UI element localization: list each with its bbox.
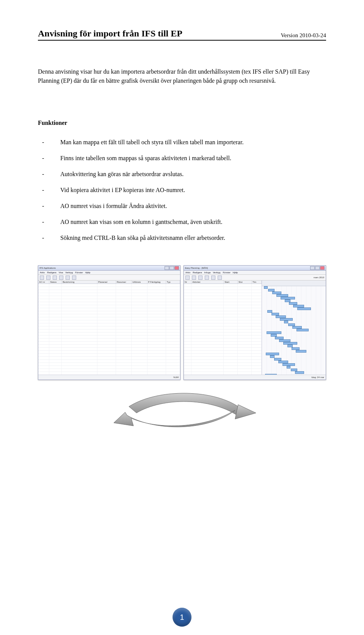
gantt-bar[interactable]	[268, 289, 275, 292]
table-row[interactable]	[184, 366, 262, 369]
gantt-bar[interactable]	[296, 350, 306, 353]
table-row[interactable]	[184, 336, 262, 339]
minimize-icon[interactable]	[165, 266, 169, 270]
table-row[interactable]	[38, 363, 180, 366]
gantt-bar[interactable]	[285, 299, 290, 302]
menu-item[interactable]: Infoga	[204, 271, 211, 274]
col-header[interactable]: P Färdigdag	[147, 280, 166, 284]
table-row[interactable]	[184, 296, 262, 299]
toolbar-button[interactable]	[218, 276, 222, 280]
table-row[interactable]	[184, 332, 262, 336]
col-header[interactable]: Planerad	[97, 280, 116, 284]
table-row[interactable]	[38, 348, 180, 351]
col-header[interactable]: Status	[49, 280, 62, 284]
toolbar-button[interactable]	[59, 276, 63, 280]
gantt-bar[interactable]	[288, 323, 295, 326]
table-row[interactable]	[184, 372, 262, 375]
gantt-bar[interactable]	[297, 307, 311, 310]
close-icon[interactable]	[174, 266, 179, 270]
menu-item[interactable]: Hjälp	[85, 271, 91, 274]
table-row[interactable]	[184, 299, 262, 302]
table-row[interactable]	[184, 305, 262, 308]
gantt-bar[interactable]	[292, 347, 300, 350]
table-row[interactable]	[38, 357, 180, 360]
table-row[interactable]	[38, 323, 180, 326]
table-row[interactable]	[38, 308, 180, 311]
table-row[interactable]	[38, 339, 180, 342]
table-row[interactable]	[184, 345, 262, 348]
gantt-bar[interactable]	[270, 355, 275, 358]
col-header[interactable]: Resurser	[116, 280, 132, 284]
table-row[interactable]	[38, 293, 180, 296]
table-row[interactable]	[184, 290, 262, 293]
table-row[interactable]	[184, 293, 262, 296]
gantt-bar[interactable]	[274, 358, 281, 361]
gantt-bar[interactable]	[291, 369, 297, 371]
toolbar-button[interactable]	[66, 276, 70, 280]
col-header[interactable]: Start	[224, 280, 238, 284]
table-row[interactable]	[38, 329, 180, 332]
table-row[interactable]	[38, 345, 180, 348]
table-row[interactable]	[184, 287, 262, 290]
table-row[interactable]	[38, 287, 180, 290]
table-row[interactable]	[184, 314, 262, 317]
gantt-bar[interactable]	[292, 326, 302, 329]
table-row[interactable]	[184, 360, 262, 363]
menu-item[interactable]: Verktyg	[65, 271, 73, 274]
table-row[interactable]	[38, 290, 180, 293]
toolbar-button[interactable]	[40, 276, 44, 280]
menu-item[interactable]: Hjälp	[233, 271, 238, 274]
menu-item[interactable]: Arkiv	[185, 271, 190, 274]
gantt-bar[interactable]	[287, 366, 290, 369]
table-row[interactable]	[184, 369, 262, 372]
table-row[interactable]	[184, 308, 262, 311]
table-row[interactable]	[38, 351, 180, 354]
table-row[interactable]	[184, 354, 262, 357]
maximize-icon[interactable]	[169, 266, 174, 270]
table-row[interactable]	[184, 342, 262, 345]
table-row[interactable]	[184, 351, 262, 354]
table-row[interactable]	[184, 339, 262, 342]
col-header[interactable]: Typ	[166, 280, 180, 284]
table-row[interactable]	[184, 302, 262, 305]
gantt-bar[interactable]	[281, 297, 295, 299]
gantt-bar[interactable]	[275, 337, 284, 339]
gantt-bar[interactable]	[284, 321, 288, 323]
table-row[interactable]	[184, 363, 262, 366]
toolbar-button[interactable]	[185, 276, 190, 280]
gantt-bar[interactable]	[271, 334, 277, 337]
gantt-bar[interactable]	[295, 371, 304, 374]
table-row[interactable]	[38, 299, 180, 302]
menu-item[interactable]: Verktyg	[213, 271, 220, 274]
menu-item[interactable]: Redigera	[47, 271, 56, 274]
table-row[interactable]	[38, 354, 180, 357]
gantt-bar[interactable]	[276, 294, 288, 297]
table-row[interactable]	[38, 342, 180, 345]
toolbar-button[interactable]	[72, 276, 76, 280]
table-row[interactable]	[184, 317, 262, 320]
table-row[interactable]	[184, 323, 262, 326]
toolbar-button[interactable]	[205, 276, 209, 280]
gantt-bar[interactable]	[276, 315, 286, 318]
table-row[interactable]	[38, 369, 180, 372]
col-header[interactable]: Nr	[184, 280, 191, 284]
gantt-bar[interactable]	[267, 310, 272, 313]
table-row[interactable]	[38, 336, 180, 339]
table-row[interactable]	[38, 311, 180, 314]
gantt-bar[interactable]	[282, 363, 295, 366]
menu-item[interactable]: Redigera	[193, 271, 202, 274]
toolbar-button[interactable]	[198, 276, 202, 280]
toolbar-button[interactable]	[53, 276, 57, 280]
toolbar-button[interactable]	[46, 276, 50, 280]
menu-item[interactable]: Arkiv	[40, 271, 45, 274]
gantt-bar[interactable]	[271, 313, 279, 315]
toolbar-button[interactable]	[192, 276, 196, 280]
menu-item[interactable]: Visa	[59, 271, 63, 274]
table-row[interactable]	[38, 320, 180, 323]
gantt-bar[interactable]	[267, 331, 281, 334]
menu-item[interactable]: Fönster	[75, 271, 83, 274]
table-row[interactable]	[38, 332, 180, 336]
gantt-bar[interactable]	[287, 345, 293, 347]
table-row[interactable]	[184, 326, 262, 329]
toolbar-button[interactable]	[211, 276, 215, 280]
